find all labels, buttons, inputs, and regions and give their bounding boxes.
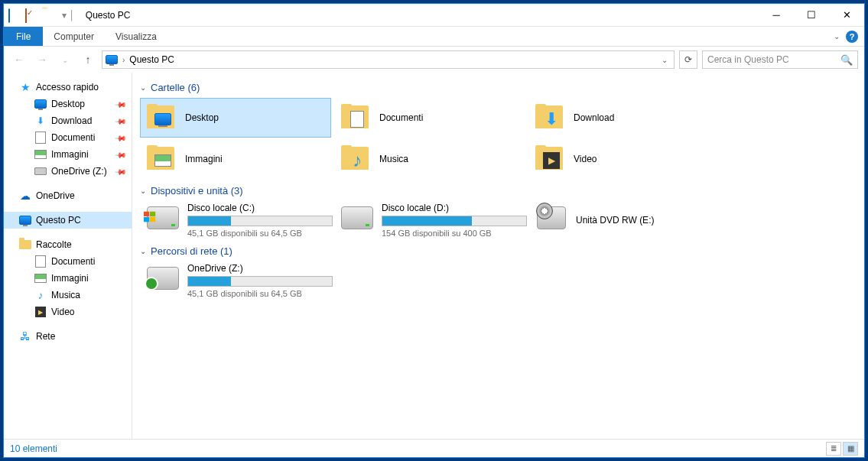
window-title: Questo PC bbox=[86, 10, 131, 21]
ribbon: File Computer Visualizza ⌄ ? bbox=[4, 27, 864, 47]
breadcrumb-sep-icon[interactable]: › bbox=[122, 56, 125, 64]
svg-rect-0 bbox=[144, 212, 149, 216]
content-pane: ⌄ Cartelle (6) Desktop Documenti ⬇ Downl… bbox=[132, 73, 864, 439]
ribbon-expand-icon[interactable]: ⌄ bbox=[834, 32, 840, 41]
folder-images[interactable]: Immagini bbox=[140, 139, 331, 179]
folder-desktop[interactable]: Desktop bbox=[140, 98, 331, 138]
folder-icon: ⬇ bbox=[535, 104, 566, 131]
cloud-icon: ☁ bbox=[19, 190, 31, 202]
view-tiles-button[interactable]: ▦ bbox=[843, 442, 858, 456]
sidebar-item-documents[interactable]: Documenti📌 bbox=[4, 129, 132, 146]
up-button[interactable]: ↑ bbox=[79, 50, 97, 69]
titlebar: ▾ │ Questo PC ─ ☐ ✕ bbox=[4, 4, 864, 27]
navigation-pane: ★ Accesso rapido Desktop📌 ⬇Download📌 Doc… bbox=[4, 73, 132, 439]
sidebar-libraries[interactable]: Raccolte bbox=[4, 236, 132, 253]
sidebar-item-download[interactable]: ⬇Download📌 bbox=[4, 112, 132, 129]
ribbon-tab-view[interactable]: Visualizza bbox=[105, 27, 167, 46]
pin-icon: 📌 bbox=[115, 148, 127, 161]
folder-music[interactable]: ♪ Musica bbox=[334, 139, 525, 179]
ribbon-tab-computer[interactable]: Computer bbox=[43, 27, 105, 46]
hdd-icon bbox=[340, 203, 374, 233]
group-header-network[interactable]: ⌄ Percorsi di rete (1) bbox=[140, 239, 857, 261]
nav-toolbar: ← → ⌄ ↑ › Questo PC ⌄ ⟳ Cerca in Questo … bbox=[4, 47, 864, 73]
sidebar-item-desktop[interactable]: Desktop📌 bbox=[4, 96, 132, 112]
video-icon: ▶ bbox=[34, 306, 47, 318]
usage-bar bbox=[187, 216, 333, 226]
address-dropdown-icon[interactable]: ⌄ bbox=[662, 56, 671, 64]
minimize-button[interactable]: ─ bbox=[759, 4, 794, 27]
drive-d[interactable]: Disco locale (D:) 154 GB disponibili su … bbox=[334, 201, 525, 239]
search-placeholder: Cerca in Questo PC bbox=[707, 54, 789, 65]
sidebar-this-pc[interactable]: Questo PC bbox=[4, 212, 132, 229]
images-icon bbox=[34, 148, 47, 161]
help-icon[interactable]: ? bbox=[846, 31, 858, 43]
pc-icon bbox=[19, 214, 31, 226]
app-icon bbox=[8, 9, 21, 21]
hdd-icon bbox=[146, 203, 180, 233]
pin-icon: 📌 bbox=[115, 165, 127, 177]
sidebar-item-onedrive-z[interactable]: OneDrive (Z:)📌 bbox=[4, 163, 132, 180]
sidebar-lib-video[interactable]: ▶Video bbox=[4, 304, 132, 320]
breadcrumb[interactable]: Questo PC bbox=[129, 54, 174, 65]
address-bar[interactable]: › Questo PC ⌄ bbox=[102, 50, 675, 69]
download-icon: ⬇ bbox=[34, 115, 47, 127]
desktop-icon bbox=[34, 98, 47, 110]
sidebar-lib-music[interactable]: ♪Musica bbox=[4, 287, 132, 304]
forward-button[interactable]: → bbox=[33, 50, 51, 69]
ribbon-file-tab[interactable]: File bbox=[4, 27, 43, 46]
refresh-button[interactable]: ⟳ bbox=[679, 50, 697, 69]
images-icon bbox=[34, 272, 47, 284]
address-icon bbox=[106, 54, 118, 66]
group-header-folders[interactable]: ⌄ Cartelle (6) bbox=[140, 76, 857, 98]
folder-download[interactable]: ⬇ Download bbox=[528, 98, 720, 138]
pin-icon: 📌 bbox=[115, 98, 127, 110]
music-icon: ♪ bbox=[34, 289, 47, 301]
drive-c[interactable]: Disco locale (C:) 45,1 GB disponibili su… bbox=[140, 201, 331, 239]
back-button[interactable]: ← bbox=[10, 50, 28, 69]
sidebar-lib-documents[interactable]: Documenti bbox=[4, 253, 132, 270]
sidebar-quick-access[interactable]: ★ Accesso rapido bbox=[4, 79, 132, 96]
sidebar-onedrive[interactable]: ☁OneDrive bbox=[4, 187, 132, 204]
netloc-onedrive[interactable]: OneDrive (Z:) 45,1 GB disponibili su 64,… bbox=[140, 261, 331, 300]
drive-dvd[interactable]: Unità DVD RW (E:) bbox=[528, 201, 720, 239]
star-icon: ★ bbox=[19, 81, 31, 93]
search-icon: 🔍 bbox=[840, 54, 853, 66]
dvd-icon bbox=[535, 203, 568, 233]
status-item-count: 10 elementi bbox=[10, 443, 57, 454]
libraries-icon bbox=[19, 239, 31, 251]
pin-icon: 📌 bbox=[115, 131, 127, 144]
group-header-drives[interactable]: ⌄ Dispositivi e unità (3) bbox=[140, 179, 857, 201]
chevron-down-icon: ⌄ bbox=[140, 83, 146, 92]
explorer-window: ▾ │ Questo PC ─ ☐ ✕ File Computer Visual… bbox=[3, 3, 865, 458]
folder-icon: ♪ bbox=[341, 145, 372, 173]
search-input[interactable]: Cerca in Questo PC 🔍 bbox=[702, 50, 858, 69]
sidebar-item-images[interactable]: Immagini📌 bbox=[4, 146, 132, 163]
chevron-down-icon: ⌄ bbox=[140, 187, 146, 195]
quick-access-properties-icon[interactable] bbox=[25, 9, 37, 21]
maximize-button[interactable]: ☐ bbox=[794, 4, 829, 27]
folder-documents[interactable]: Documenti bbox=[334, 98, 525, 138]
folder-video[interactable]: ▶ Video bbox=[528, 139, 720, 179]
svg-rect-3 bbox=[150, 217, 155, 222]
status-bar: 10 elementi ≣ ▦ bbox=[4, 439, 864, 457]
chevron-down-icon: ⌄ bbox=[140, 247, 146, 255]
close-button[interactable]: ✕ bbox=[829, 4, 864, 27]
qat-separator[interactable]: ▾ │ bbox=[62, 10, 75, 21]
usage-bar bbox=[382, 216, 527, 226]
usage-bar bbox=[187, 276, 333, 287]
sidebar-network[interactable]: 🖧Rete bbox=[4, 328, 132, 345]
document-icon bbox=[34, 255, 47, 268]
folder-icon bbox=[341, 104, 372, 131]
folder-icon bbox=[147, 104, 177, 131]
quick-access-newfolder-icon[interactable] bbox=[42, 9, 54, 21]
sidebar-lib-images[interactable]: Immagini bbox=[4, 270, 132, 287]
recent-locations-button[interactable]: ⌄ bbox=[56, 50, 74, 69]
view-details-button[interactable]: ≣ bbox=[826, 442, 841, 456]
document-icon bbox=[34, 131, 47, 144]
network-icon: 🖧 bbox=[19, 330, 31, 343]
network-drive-icon bbox=[146, 263, 180, 294]
folder-icon: ▶ bbox=[535, 145, 566, 173]
drive-icon bbox=[34, 165, 47, 177]
pin-icon: 📌 bbox=[115, 115, 127, 127]
svg-rect-2 bbox=[144, 217, 149, 222]
